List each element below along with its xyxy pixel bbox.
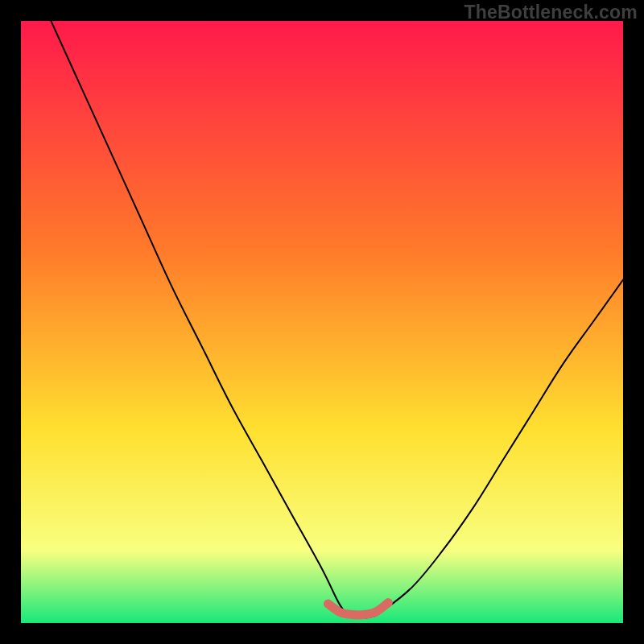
chart-svg: [21, 21, 623, 623]
gradient-background: [21, 21, 623, 623]
chart-frame: TheBottleneck.com: [0, 0, 644, 644]
watermark-text: TheBottleneck.com: [464, 2, 638, 23]
plot-area: [21, 21, 623, 623]
